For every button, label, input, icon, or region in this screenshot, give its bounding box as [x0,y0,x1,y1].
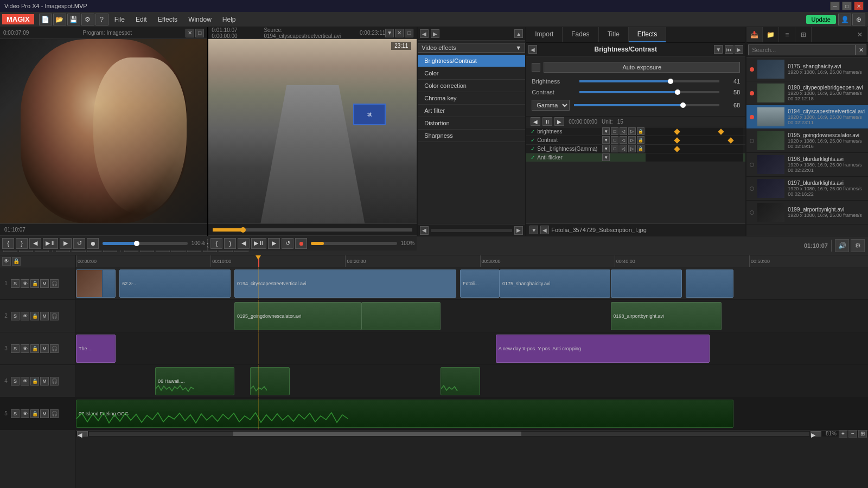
clip-2-2[interactable] [361,302,441,330]
left-preview-controls[interactable]: { } ◀ ▶⏸ ▶ ↺ ⏺ 100% [0,235,207,251]
right-preview-arrow[interactable]: ▼ [385,29,394,37]
extra-icon[interactable]: ⊕ [852,14,865,25]
auto-exposure-button[interactable]: Auto-exposure [544,62,740,73]
tc-eye-1[interactable]: 👁 [21,279,29,288]
right-go-end[interactable]: } [224,238,236,249]
tc-headphone-1[interactable]: 🎧 [50,279,59,288]
menu-file[interactable]: File [109,14,130,25]
gamma-select[interactable]: Gamma [532,100,570,111]
kf-icon-g5[interactable]: 🔒 [637,145,644,152]
effect-sharpness[interactable]: Sharpness [418,130,525,142]
tc-headphone-4[interactable]: 🎧 [50,377,59,386]
clip-4-3[interactable] [441,367,480,395]
effects-nav-fwd[interactable]: ▶ [431,29,439,38]
bc-nav-back[interactable]: ◀ [528,45,537,54]
auto-exposure-checkbox[interactable] [532,63,540,72]
scroll-right-btn[interactable]: ▶ [810,431,821,436]
media-item-0195[interactable]: 0195_goingdownescalator.avi 1920 x 1080,… [746,129,868,153]
effects-scroll-up[interactable]: ▲ [514,29,523,38]
scroll-right[interactable]: ▶ [514,226,523,235]
playhead[interactable] [258,255,259,267]
left-prev-frame[interactable]: ◀ [29,238,41,249]
kf-diamond-g1[interactable] [674,146,680,152]
right-record[interactable]: ⏺ [295,238,307,249]
scroll-left-btn[interactable]: ◀ [77,431,88,436]
tc-solo-5[interactable]: S [11,409,20,418]
kf-icon-c4[interactable]: ▷ [628,136,636,144]
account-icon[interactable]: 👤 [838,14,851,25]
tc-lock-4[interactable]: 🔒 [30,377,39,386]
tc-solo-1[interactable]: S [11,279,20,288]
kf-icon-g4[interactable]: ▷ [628,145,636,152]
left-go-start[interactable]: { [2,238,14,249]
right-next-frame[interactable]: ▶ [268,238,280,249]
tc-lock-1[interactable]: 🔒 [30,279,39,288]
kf-icon4[interactable]: ▷ [628,127,636,135]
menu-effects[interactable]: Effects [152,14,183,25]
right-loop[interactable]: ↺ [282,238,293,249]
left-next-frame[interactable]: ▶ [60,238,72,249]
kf-diamond-c1[interactable] [674,137,680,143]
gamma-slider[interactable] [574,104,719,106]
tc-mute-2[interactable]: M [40,312,49,320]
tc-mute-4[interactable]: M [40,377,49,386]
menu-help[interactable]: Help [217,14,241,25]
right-preview-expand[interactable]: □ [405,29,413,37]
clip-1-2[interactable]: 62.3-.. [119,269,230,298]
clip-3-the[interactable]: The ... [76,335,116,363]
media-search-input[interactable] [748,44,856,55]
bc-arrow-down[interactable]: ▼ [714,45,723,54]
kf-icon-g2[interactable]: □ [611,145,618,152]
close-button[interactable]: ✕ [854,2,864,10]
open-button[interactable]: 📂 [53,14,66,25]
mb-tab-list[interactable]: ≡ [779,27,795,42]
tc-mute-1[interactable]: M [40,279,49,288]
zoom-fit-btn[interactable]: ⊞ [858,430,867,438]
media-item-0194[interactable]: 0194_cityscapestreetvertical.avi 1920 x … [746,105,868,129]
tc-mute-3[interactable]: M [40,344,49,353]
kf-nav-btn3[interactable]: ▶ [554,117,564,126]
right-go-start[interactable]: { [210,238,222,249]
maximize-button[interactable]: □ [842,2,852,10]
clip-5-island[interactable]: 07 Island Feeling.OGG [76,400,733,428]
tc-headphone-2[interactable]: 🎧 [50,312,59,320]
right-prev-frame[interactable]: ◀ [238,238,250,249]
media-item-0190[interactable]: 0190_citypeoplebridgeopen.avi 1920 x 108… [746,81,868,105]
kf-icon-c1[interactable]: ▼ [602,136,610,144]
kf-nav-btn1[interactable]: ◀ [531,117,540,126]
kf-icon-c3[interactable]: ◁ [620,136,627,144]
clip-3-anewday[interactable]: A new day X-pos. Y-pos. Anti cropping [496,335,710,363]
kf-icon1[interactable]: ▼ [602,127,610,135]
tc-eye-3[interactable]: 👁 [21,344,29,353]
kf-icon-c5[interactable]: 🔒 [637,136,644,144]
tc-headphone-5[interactable]: 🎧 [50,409,59,418]
media-item-0175[interactable]: 0175_shanghaicity.avi 1920 x 1080, 16:9,… [746,57,868,81]
tc-mute-5[interactable]: M [40,409,49,418]
mb-tab-close[interactable]: ✕ [852,27,868,42]
tab-title[interactable]: Title [599,27,629,42]
left-play-pause[interactable]: ▶⏸ [43,238,58,249]
bc-play-prev[interactable]: ⏮ [725,45,733,54]
tc-solo-3[interactable]: S [11,344,20,353]
tc-eye-4[interactable]: 👁 [21,377,29,386]
effect-color-correction[interactable]: Color correction [418,80,525,92]
scroll-track[interactable] [89,432,809,436]
menu-window[interactable]: Window [183,14,217,25]
right-progress-bar[interactable] [213,228,412,232]
new-button[interactable]: 📄 [39,14,52,25]
left-preview-expand[interactable]: □ [195,29,204,37]
effects-nav-back[interactable]: ◀ [420,29,429,38]
effect-color[interactable]: Color [418,67,525,80]
media-item-0197[interactable]: 0197_blurdarklights.avi 1920 x 1080, 16:… [746,177,868,201]
clip-1-right1[interactable] [611,269,682,298]
clip-1-1[interactable] [76,269,116,298]
effect-art-filter[interactable]: Art filter [418,105,525,117]
tab-fades[interactable]: Fades [563,27,598,42]
tc-lock-3[interactable]: 🔒 [30,344,39,353]
tab-effects[interactable]: Effects [629,27,666,42]
clip-2-3[interactable]: 0198_airportbynight.avi [611,302,722,330]
effect-chroma-key[interactable]: Chroma key [418,92,525,105]
fn-nav2[interactable]: ◀ [540,226,549,234]
clip-4-2[interactable] [250,367,290,395]
clip-1-right2[interactable] [686,269,733,298]
